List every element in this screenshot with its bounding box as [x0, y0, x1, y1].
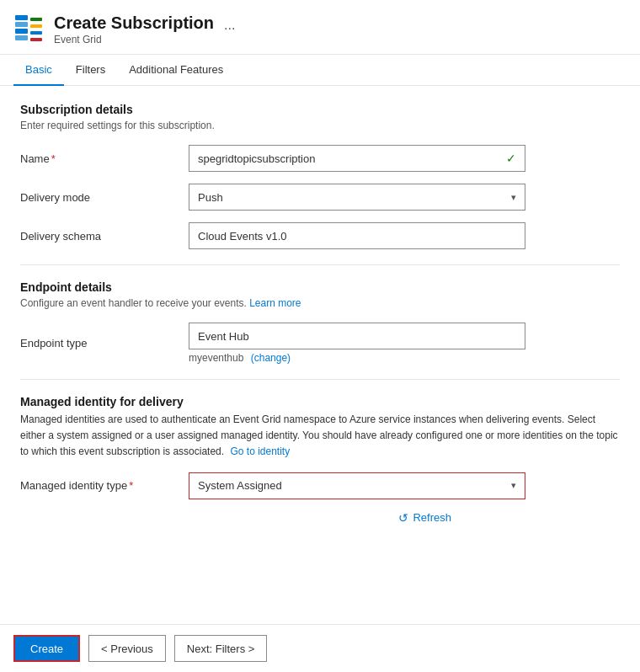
chevron-down-icon: ▾ [511, 480, 516, 491]
svg-rect-5 [30, 18, 42, 21]
delivery-schema-input-wrapper: Cloud Events v1.0 [189, 222, 525, 249]
svg-rect-7 [30, 31, 42, 35]
endpoint-type-label: Endpoint type [20, 337, 189, 349]
next-button[interactable]: Next: Filters > [174, 635, 268, 662]
divider-2 [20, 379, 620, 380]
refresh-icon: ↺ [398, 511, 408, 525]
delivery-schema-row: Delivery schema Cloud Events v1.0 [20, 222, 620, 249]
name-input-wrapper: spegridtopicsubscription ✓ [189, 145, 525, 172]
tabs-bar: Basic Filters Additional Features [0, 55, 640, 86]
svg-rect-8 [30, 38, 42, 41]
go-to-identity-link[interactable]: Go to identity [230, 445, 290, 457]
name-label: Name* [20, 152, 189, 165]
subscription-section-title: Subscription details [20, 103, 620, 116]
divider-1 [20, 264, 620, 265]
endpoint-type-wrapper: Event Hub myeventhub (change) [189, 323, 525, 364]
tab-filters[interactable]: Filters [64, 55, 117, 86]
page-header: Create Subscription Event Grid ··· [0, 0, 640, 55]
endpoint-sublabel: myeventhub (change) [189, 352, 525, 364]
endpoint-type-row: Endpoint type Event Hub myeventhub (chan… [20, 323, 620, 364]
delivery-mode-label: Delivery mode [20, 191, 189, 204]
main-content: Subscription details Enter required sett… [0, 86, 640, 541]
delivery-mode-select-wrapper: Push ▾ [189, 184, 525, 211]
more-options-button[interactable]: ··· [224, 21, 235, 36]
svg-rect-6 [30, 24, 42, 28]
learn-more-link[interactable]: Learn more [249, 297, 301, 309]
change-link[interactable]: (change) [251, 352, 291, 364]
managed-identity-description: Managed identities are used to authentic… [20, 412, 620, 461]
managed-identity-type-select[interactable]: System Assigned ▾ [189, 472, 525, 499]
tab-basic[interactable]: Basic [13, 55, 64, 86]
check-icon: ✓ [506, 152, 516, 165]
footer-bar: Create < Previous Next: Filters > [0, 624, 640, 672]
svg-rect-2 [15, 22, 28, 27]
refresh-row: ↺ Refresh [20, 511, 620, 525]
refresh-button[interactable]: ↺ Refresh [398, 511, 451, 525]
managed-identity-type-label: Managed identity type* [20, 479, 189, 492]
managed-identity-type-row: Managed identity type* System Assigned ▾ [20, 472, 620, 499]
managed-identity-type-select-wrapper: System Assigned ▾ [189, 472, 525, 499]
svg-rect-4 [15, 35, 28, 40]
header-text-group: Create Subscription Event Grid [54, 12, 214, 45]
delivery-schema-input[interactable]: Cloud Events v1.0 [189, 222, 525, 249]
app-icon [13, 13, 44, 44]
name-input[interactable]: spegridtopicsubscription ✓ [189, 145, 525, 172]
svg-rect-3 [15, 29, 28, 34]
svg-rect-1 [15, 15, 28, 20]
endpoint-section-title: Endpoint details [20, 280, 620, 294]
chevron-down-icon: ▾ [511, 192, 516, 203]
delivery-schema-label: Delivery schema [20, 230, 189, 243]
page-subtitle: Event Grid [54, 34, 214, 45]
create-button[interactable]: Create [13, 635, 80, 662]
subscription-section-desc: Enter required settings for this subscri… [20, 120, 620, 131]
endpoint-section-desc: Configure an event handler to receive yo… [20, 297, 620, 309]
endpoint-type-input[interactable]: Event Hub [189, 323, 525, 349]
name-row: Name* spegridtopicsubscription ✓ [20, 145, 620, 172]
tab-additional-features[interactable]: Additional Features [117, 55, 235, 86]
managed-identity-section-title: Managed identity for delivery [20, 395, 620, 408]
delivery-mode-row: Delivery mode Push ▾ [20, 184, 620, 211]
page-title: Create Subscription [54, 12, 214, 34]
delivery-mode-select[interactable]: Push ▾ [189, 184, 525, 211]
previous-button[interactable]: < Previous [88, 635, 166, 662]
